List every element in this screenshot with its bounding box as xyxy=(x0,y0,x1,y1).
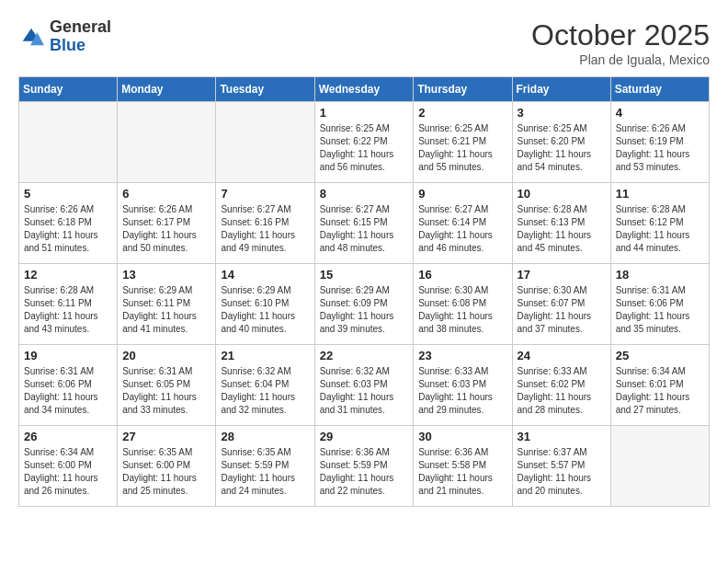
calendar-cell: 1Sunrise: 6:25 AM Sunset: 6:22 PM Daylig… xyxy=(314,102,414,183)
day-info: Sunrise: 6:29 AM Sunset: 6:11 PM Dayligh… xyxy=(122,284,210,336)
day-number: 9 xyxy=(418,187,506,201)
day-info: Sunrise: 6:31 AM Sunset: 6:05 PM Dayligh… xyxy=(122,365,210,417)
calendar-cell: 19Sunrise: 6:31 AM Sunset: 6:06 PM Dayli… xyxy=(19,345,118,426)
calendar-cell: 14Sunrise: 6:29 AM Sunset: 6:10 PM Dayli… xyxy=(216,264,314,345)
day-info: Sunrise: 6:25 AM Sunset: 6:21 PM Dayligh… xyxy=(418,122,506,174)
day-number: 17 xyxy=(518,268,606,282)
day-number: 28 xyxy=(221,430,309,443)
day-number: 26 xyxy=(24,430,112,443)
day-number: 21 xyxy=(221,349,309,362)
day-number: 20 xyxy=(122,349,210,362)
day-number: 8 xyxy=(320,187,409,201)
calendar-week-row: 1Sunrise: 6:25 AM Sunset: 6:22 PM Daylig… xyxy=(19,102,710,183)
calendar-cell: 17Sunrise: 6:30 AM Sunset: 6:07 PM Dayli… xyxy=(512,264,610,345)
weekday-header-row: SundayMondayTuesdayWednesdayThursdayFrid… xyxy=(19,77,710,102)
day-info: Sunrise: 6:35 AM Sunset: 6:00 PM Dayligh… xyxy=(122,446,210,498)
calendar-cell: 13Sunrise: 6:29 AM Sunset: 6:11 PM Dayli… xyxy=(118,264,216,345)
calendar-week-row: 5Sunrise: 6:26 AM Sunset: 6:18 PM Daylig… xyxy=(19,183,710,264)
day-info: Sunrise: 6:28 AM Sunset: 6:12 PM Dayligh… xyxy=(616,203,704,255)
page-header: General Blue October 2025 Plan de Iguala… xyxy=(18,18,710,67)
calendar-cell: 30Sunrise: 6:36 AM Sunset: 5:58 PM Dayli… xyxy=(414,426,512,507)
day-info: Sunrise: 6:27 AM Sunset: 6:15 PM Dayligh… xyxy=(320,203,409,255)
calendar-week-row: 26Sunrise: 6:34 AM Sunset: 6:00 PM Dayli… xyxy=(19,426,710,507)
day-info: Sunrise: 6:34 AM Sunset: 6:00 PM Dayligh… xyxy=(24,446,112,498)
day-number: 23 xyxy=(418,349,506,362)
day-info: Sunrise: 6:30 AM Sunset: 6:07 PM Dayligh… xyxy=(518,284,606,336)
logo-general: General xyxy=(50,17,111,36)
day-number: 31 xyxy=(518,430,606,443)
title-block: October 2025 Plan de Iguala, Mexico xyxy=(531,18,710,67)
day-info: Sunrise: 6:28 AM Sunset: 6:11 PM Dayligh… xyxy=(24,284,112,336)
calendar-cell xyxy=(118,102,216,183)
logo-icon xyxy=(18,24,44,50)
calendar-cell: 7Sunrise: 6:27 AM Sunset: 6:16 PM Daylig… xyxy=(216,183,314,264)
weekday-header: Monday xyxy=(118,77,216,102)
weekday-header: Tuesday xyxy=(216,77,314,102)
calendar-cell: 27Sunrise: 6:35 AM Sunset: 6:00 PM Dayli… xyxy=(118,426,216,507)
calendar-cell: 5Sunrise: 6:26 AM Sunset: 6:18 PM Daylig… xyxy=(19,183,118,264)
calendar-cell: 18Sunrise: 6:31 AM Sunset: 6:06 PM Dayli… xyxy=(610,264,709,345)
day-info: Sunrise: 6:27 AM Sunset: 6:14 PM Dayligh… xyxy=(418,203,506,255)
day-number: 4 xyxy=(616,106,704,120)
calendar-cell: 25Sunrise: 6:34 AM Sunset: 6:01 PM Dayli… xyxy=(610,345,709,426)
day-info: Sunrise: 6:26 AM Sunset: 6:18 PM Dayligh… xyxy=(24,203,112,255)
day-number: 13 xyxy=(122,268,210,282)
day-number: 11 xyxy=(616,187,704,201)
day-number: 18 xyxy=(616,268,704,282)
day-number: 24 xyxy=(518,349,606,362)
day-number: 7 xyxy=(221,187,309,201)
day-info: Sunrise: 6:34 AM Sunset: 6:01 PM Dayligh… xyxy=(616,365,704,417)
day-number: 12 xyxy=(24,268,112,282)
calendar-cell: 22Sunrise: 6:32 AM Sunset: 6:03 PM Dayli… xyxy=(314,345,414,426)
calendar-cell: 9Sunrise: 6:27 AM Sunset: 6:14 PM Daylig… xyxy=(414,183,512,264)
day-info: Sunrise: 6:33 AM Sunset: 6:03 PM Dayligh… xyxy=(418,365,506,417)
day-info: Sunrise: 6:30 AM Sunset: 6:08 PM Dayligh… xyxy=(418,284,506,336)
weekday-header: Thursday xyxy=(414,77,512,102)
calendar-cell: 23Sunrise: 6:33 AM Sunset: 6:03 PM Dayli… xyxy=(414,345,512,426)
day-info: Sunrise: 6:37 AM Sunset: 5:57 PM Dayligh… xyxy=(518,446,606,498)
day-number: 25 xyxy=(616,349,704,362)
calendar-cell xyxy=(19,102,118,183)
calendar-week-row: 19Sunrise: 6:31 AM Sunset: 6:06 PM Dayli… xyxy=(19,345,710,426)
day-info: Sunrise: 6:25 AM Sunset: 6:20 PM Dayligh… xyxy=(518,122,606,174)
day-number: 29 xyxy=(320,430,409,443)
calendar-cell: 4Sunrise: 6:26 AM Sunset: 6:19 PM Daylig… xyxy=(610,102,709,183)
day-info: Sunrise: 6:33 AM Sunset: 6:02 PM Dayligh… xyxy=(518,365,606,417)
calendar-cell: 29Sunrise: 6:36 AM Sunset: 5:59 PM Dayli… xyxy=(314,426,414,507)
calendar-cell: 26Sunrise: 6:34 AM Sunset: 6:00 PM Dayli… xyxy=(19,426,118,507)
day-number: 19 xyxy=(24,349,112,362)
day-info: Sunrise: 6:27 AM Sunset: 6:16 PM Dayligh… xyxy=(221,203,309,255)
day-info: Sunrise: 6:26 AM Sunset: 6:19 PM Dayligh… xyxy=(616,122,704,174)
day-info: Sunrise: 6:28 AM Sunset: 6:13 PM Dayligh… xyxy=(518,203,606,255)
day-number: 2 xyxy=(418,106,506,120)
day-number: 30 xyxy=(418,430,506,443)
day-info: Sunrise: 6:32 AM Sunset: 6:04 PM Dayligh… xyxy=(221,365,309,417)
weekday-header: Wednesday xyxy=(314,77,414,102)
weekday-header: Sunday xyxy=(19,77,118,102)
weekday-header: Saturday xyxy=(610,77,709,102)
day-info: Sunrise: 6:29 AM Sunset: 6:10 PM Dayligh… xyxy=(221,284,309,336)
day-info: Sunrise: 6:29 AM Sunset: 6:09 PM Dayligh… xyxy=(320,284,409,336)
calendar-cell xyxy=(610,426,709,507)
day-number: 22 xyxy=(320,349,409,362)
day-number: 1 xyxy=(320,106,409,120)
calendar-cell: 24Sunrise: 6:33 AM Sunset: 6:02 PM Dayli… xyxy=(512,345,610,426)
calendar-cell: 31Sunrise: 6:37 AM Sunset: 5:57 PM Dayli… xyxy=(512,426,610,507)
day-info: Sunrise: 6:31 AM Sunset: 6:06 PM Dayligh… xyxy=(616,284,704,336)
day-number: 16 xyxy=(418,268,506,282)
day-number: 14 xyxy=(221,268,309,282)
calendar-table: SundayMondayTuesdayWednesdayThursdayFrid… xyxy=(18,76,710,507)
weekday-header: Friday xyxy=(512,77,610,102)
calendar-cell: 20Sunrise: 6:31 AM Sunset: 6:05 PM Dayli… xyxy=(118,345,216,426)
calendar-cell: 15Sunrise: 6:29 AM Sunset: 6:09 PM Dayli… xyxy=(314,264,414,345)
calendar-cell: 21Sunrise: 6:32 AM Sunset: 6:04 PM Dayli… xyxy=(216,345,314,426)
calendar-cell xyxy=(216,102,314,183)
day-number: 27 xyxy=(122,430,210,443)
calendar-cell: 3Sunrise: 6:25 AM Sunset: 6:20 PM Daylig… xyxy=(512,102,610,183)
day-number: 5 xyxy=(24,187,112,201)
calendar-week-row: 12Sunrise: 6:28 AM Sunset: 6:11 PM Dayli… xyxy=(19,264,710,345)
location-subtitle: Plan de Iguala, Mexico xyxy=(531,52,710,67)
month-title: October 2025 xyxy=(531,18,710,52)
day-info: Sunrise: 6:36 AM Sunset: 5:59 PM Dayligh… xyxy=(320,446,409,498)
day-number: 15 xyxy=(320,268,409,282)
